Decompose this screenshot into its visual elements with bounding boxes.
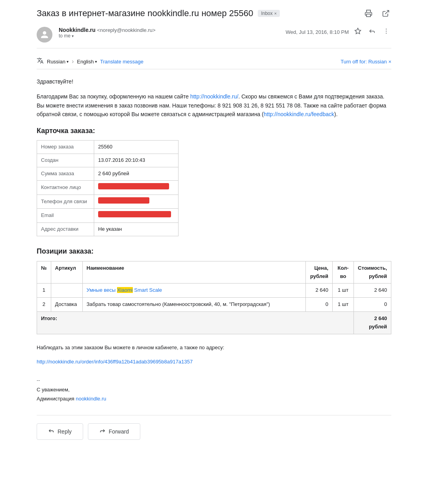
- svg-rect-0: [367, 14, 370, 17]
- reply-label: Reply: [58, 428, 72, 435]
- email-body: Здравствуйте! Благодарим Вас за покупку,…: [37, 77, 391, 403]
- col-name: Наименование: [82, 261, 306, 284]
- reply-button[interactable]: Reply: [37, 423, 83, 440]
- item2-article: Доставка: [51, 298, 82, 312]
- order-address-label: Адрес доставки: [37, 223, 94, 236]
- to-me-dropdown[interactable]: to me ▾: [59, 33, 279, 39]
- print-button[interactable]: [363, 8, 374, 19]
- item1-total: 2 640: [354, 284, 391, 298]
- action-buttons: Reply Forward: [37, 415, 391, 440]
- col-article: Артикул: [51, 261, 82, 284]
- item1-num: 1: [37, 284, 51, 298]
- source-lang-arrow-icon: ▾: [67, 59, 69, 64]
- sig-link[interactable]: nookkindle.ru: [76, 396, 106, 402]
- order-email-row: Email: [37, 209, 179, 223]
- order-contact-row: Контактное лицо: [37, 180, 179, 195]
- col-total: Стоимость,рублей: [354, 261, 391, 284]
- svg-point-4: [386, 31, 387, 32]
- sender-meta: Wed, Jul 13, 2016, 8:10 PM: [286, 27, 391, 37]
- item2-name: Забрать товар самостоятельно (Каменноост…: [82, 298, 306, 312]
- signature: -- С уважением, Администрация nookkindle…: [37, 376, 391, 403]
- to-me-chevron-icon: ▾: [72, 34, 74, 38]
- badge-close-icon[interactable]: ×: [274, 11, 277, 16]
- item2-total: 0: [354, 298, 391, 312]
- reply-header-button[interactable]: [367, 27, 377, 37]
- order-phone-label: Телефон для связи: [37, 195, 94, 209]
- table-row: 2 Доставка Забрать товар самостоятельно …: [37, 298, 391, 312]
- order-items-header: № Артикул Наименование Цена,рублей Кол-в…: [37, 261, 391, 284]
- to-me-label: to me: [59, 33, 71, 39]
- order-contact-value: [94, 180, 179, 195]
- order-number-value: 25560: [94, 141, 179, 154]
- subject-actions: [363, 8, 391, 19]
- inbox-badge: Inbox ×: [258, 10, 280, 17]
- item1-price: 2 640: [306, 284, 333, 298]
- order-amount-value: 2 640 рублей: [94, 167, 179, 180]
- order-number-row: Номер заказа 25560: [37, 141, 179, 154]
- turn-off-close-icon: ×: [388, 59, 391, 65]
- svg-point-5: [386, 33, 387, 33]
- turn-off-translation-button[interactable]: Turn off for: Russian ×: [341, 59, 391, 65]
- sender-row: Nookkindle.ru <noreply@nookkindle.ru> to…: [37, 27, 391, 48]
- item1-article: [51, 284, 82, 298]
- forward-button[interactable]: Forward: [88, 423, 140, 440]
- target-language-button[interactable]: English ▾: [77, 59, 97, 65]
- product-link[interactable]: Умные весы Xiaomi Smart Scale: [87, 287, 162, 293]
- xiaomi-highlight: Xiaomi: [117, 287, 133, 293]
- order-address-row: Адрес доставки Не указан: [37, 223, 179, 236]
- item1-qty: 1 шт: [333, 284, 354, 298]
- site-link[interactable]: http://nookkindle.ru/: [190, 93, 238, 100]
- table-row: 1 Умные весы Xiaomi Smart Scale 2 640 1 …: [37, 284, 391, 298]
- col-price: Цена,рублей: [306, 261, 333, 284]
- order-address-value: Не указан: [94, 223, 179, 236]
- sender-name-row: Nookkindle.ru <noreply@nookkindle.ru>: [59, 27, 279, 33]
- reply-icon: [48, 428, 54, 435]
- lang-arrow-divider: ›: [72, 58, 74, 65]
- sender-avatar: [37, 27, 52, 43]
- order-items-title: Позиции заказа:: [37, 246, 391, 257]
- target-lang-arrow-icon: ▾: [95, 59, 97, 64]
- order-amount-row: Сумма заказа 2 640 рублей: [37, 167, 179, 180]
- total-value: 2 640 рублей: [354, 311, 391, 334]
- total-label: Итого:: [37, 311, 354, 334]
- order-created-value: 13.07.2016 20:10:43: [94, 154, 179, 167]
- sender-name: Nookkindle.ru: [59, 27, 95, 33]
- order-tracking-link[interactable]: http://nookkindle.ru/order/info/436ff9a1…: [37, 359, 193, 365]
- open-in-new-button[interactable]: [380, 8, 391, 19]
- order-items-table: № Артикул Наименование Цена,рублей Кол-в…: [37, 261, 391, 334]
- forward-icon: [99, 428, 106, 435]
- translate-bar: Russian ▾ › English ▾ Translate message …: [37, 54, 391, 69]
- item1-name: Умные весы Xiaomi Smart Scale: [82, 284, 306, 298]
- svg-marker-2: [355, 28, 361, 34]
- order-email-label: Email: [37, 209, 94, 223]
- order-amount-label: Сумма заказа: [37, 167, 94, 180]
- translate-icon: [37, 57, 44, 66]
- order-phone-row: Телефон для связи: [37, 195, 179, 209]
- source-language-button[interactable]: Russian ▾: [47, 59, 69, 65]
- item2-price: 0: [306, 298, 333, 312]
- email-date: Wed, Jul 13, 2016, 8:10 PM: [286, 29, 349, 35]
- item2-qty: 1 шт: [333, 298, 354, 312]
- sig-regards: С уважением,: [37, 385, 391, 394]
- star-button[interactable]: [353, 27, 363, 37]
- order-card-table: Номер заказа 25560 Создан 13.07.2016 20:…: [37, 140, 179, 236]
- forward-label: Forward: [109, 428, 129, 435]
- footer-text: Наблюдать за этим заказом Вы можете в ли…: [37, 344, 391, 352]
- translate-message-link[interactable]: Translate message: [100, 59, 143, 65]
- order-card-title: Карточка заказа:: [37, 125, 391, 137]
- svg-line-1: [385, 11, 389, 14]
- sender-email: <noreply@nookkindle.ru>: [97, 27, 155, 33]
- col-qty: Кол-во: [333, 261, 354, 284]
- order-total-row: Итого: 2 640 рублей: [37, 311, 391, 334]
- col-num: №: [37, 261, 51, 284]
- order-created-row: Создан 13.07.2016 20:10:43: [37, 154, 179, 167]
- subject-line: Заказ в интернет-магазине nookkindle.ru …: [37, 8, 391, 19]
- sig-dash: --: [37, 376, 391, 385]
- more-options-button[interactable]: [381, 27, 391, 37]
- sender-info: Nookkindle.ru <noreply@nookkindle.ru> to…: [59, 27, 279, 39]
- svg-point-3: [386, 29, 387, 30]
- email-subject: Заказ в интернет-магазине nookkindle.ru …: [37, 8, 253, 19]
- order-contact-label: Контактное лицо: [37, 180, 94, 195]
- order-created-label: Создан: [37, 154, 94, 167]
- feedback-link[interactable]: http://nookkindle.ru/feedback: [264, 111, 334, 117]
